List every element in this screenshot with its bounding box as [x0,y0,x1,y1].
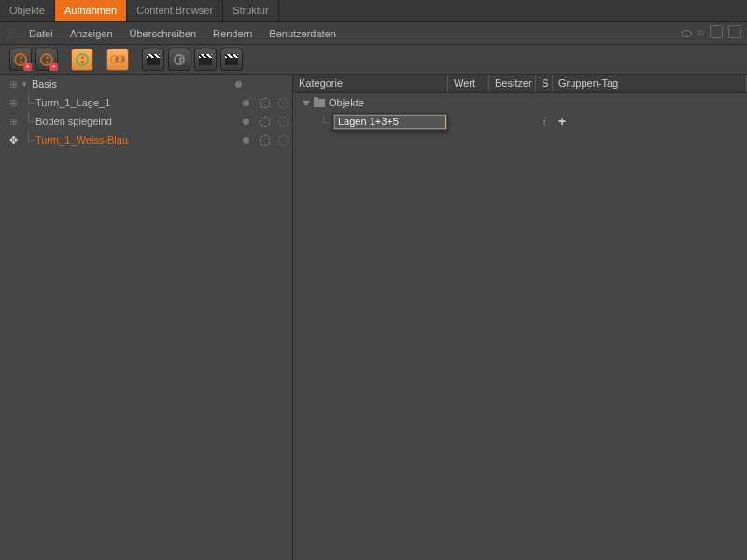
new-take-button[interactable]: + [9,49,32,71]
status-dot-icon[interactable] [243,119,249,125]
grip-icon [6,28,15,39]
target-icon: ⊕ [9,116,18,128]
status-dot-icon[interactable] [243,137,249,144]
render-take-button[interactable] [142,49,164,71]
col-wert[interactable]: Wert [448,75,489,92]
link-takes-button[interactable] [106,49,129,71]
tab-struktur[interactable]: Struktur [223,0,279,21]
menubar: Datei Anzeigen Überschreiben Rendern Ben… [0,22,747,45]
new-take-child-button[interactable]: + [35,49,58,71]
menu-datei[interactable]: Datei [21,25,62,42]
collapse-icon[interactable]: ⬭ [681,25,692,41]
tree-row[interactable]: ✥ Turm_1_Weiss-Blau [0,131,292,149]
menu-anzeigen[interactable]: Anzeigen [62,25,121,42]
col-s[interactable]: S [536,75,553,92]
folder-icon [314,99,325,107]
category-item-row[interactable]: + [293,112,747,131]
category-root-label: Objekte [329,97,364,108]
tree-item-label: Turm_1_Lage_1 [35,97,236,108]
tree-row[interactable]: ⊕ Turm_1_Lage_1 [0,93,292,112]
gear-icon[interactable] [278,98,289,108]
status-dot-icon[interactable] [235,81,242,88]
render-marked-button[interactable] [220,49,243,71]
render-all-button[interactable] [194,49,217,71]
col-besitzer[interactable]: Besitzer [489,75,536,92]
expander-icon[interactable]: ▾ [22,79,32,89]
auto-take-button[interactable] [71,49,93,71]
col-gruppentag[interactable]: Gruppen-Tag [553,75,747,92]
tab-content-browser[interactable]: Content Browser [127,0,223,21]
window-max-icon[interactable] [728,25,741,38]
col-kategorie[interactable]: Kategorie [293,75,448,92]
gear-icon[interactable] [278,117,289,127]
tree-row[interactable]: ⊕ Boden spiegelnd [0,112,292,131]
main-tabs: Objekte Aufnahmen Content Browser Strukt… [0,0,747,22]
tree-item-label: Boden spiegelnd [35,116,236,127]
gear-icon[interactable] [260,135,270,146]
menu-benutzerdaten[interactable]: Benutzerdaten [261,25,345,42]
gear-icon[interactable] [278,135,289,146]
takes-tree: ⊕ ▾ Basis ⊕ Turm_1_Lage_1 ⊕ Boden spiege… [0,75,293,560]
target-icon: ✥ [9,134,18,147]
status-dot-icon[interactable] [243,100,249,106]
gear-icon[interactable] [260,117,270,127]
tree-item-label: Turm_1_Weiss-Blau [35,134,236,146]
tab-aufnahmen[interactable]: Aufnahmen [55,0,127,21]
target-icon: ⊕ [9,78,18,91]
drag-handle-icon[interactable] [543,118,545,125]
overrides-panel: Kategorie Wert Besitzer S Gruppen-Tag Ob… [293,75,747,560]
category-root-row[interactable]: Objekte [293,93,747,112]
target-icon: ⊕ [9,97,18,109]
menu-ueberschreiben[interactable]: Überschreiben [121,25,205,42]
menu-rendern[interactable]: Rendern [204,25,261,42]
column-headers: Kategorie Wert Besitzer S Gruppen-Tag [293,75,747,93]
tree-root-row[interactable]: ⊕ ▾ Basis [0,75,292,93]
chevron-down-icon[interactable] [303,101,310,105]
rename-input[interactable] [334,115,446,129]
render-take-gray-button[interactable] [168,49,190,71]
toolbar: + + [0,45,747,75]
tab-objekte[interactable]: Objekte [0,0,55,21]
add-group-tag-button[interactable]: + [558,114,566,129]
search-icon[interactable]: ⌕ [698,25,704,41]
window-mode-icon[interactable] [710,25,723,38]
tree-root-label: Basis [32,78,229,90]
gear-icon[interactable] [260,98,270,108]
rename-input-wrap [332,113,448,131]
